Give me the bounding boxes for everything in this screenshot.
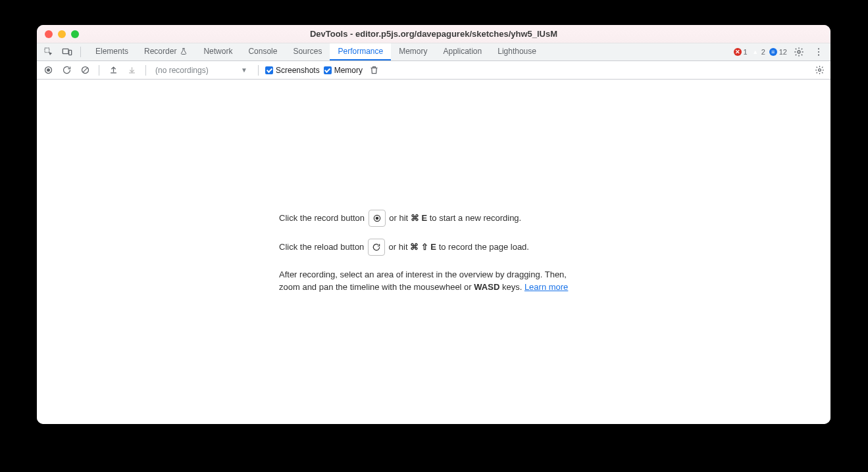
download-profile-button[interactable] (124, 63, 139, 78)
checkbox-checked-icon (324, 66, 332, 74)
more-menu-icon[interactable] (811, 44, 827, 60)
keyboard-shortcut: ⌘ E (411, 213, 427, 223)
warning-icon: ▲ (752, 48, 759, 56)
tab-label: Lighthouse (498, 47, 536, 56)
tab-network[interactable]: Network (195, 43, 240, 60)
divider (80, 47, 81, 57)
tab-label: Sources (293, 47, 322, 56)
tab-application[interactable]: Application (436, 43, 490, 60)
separator (258, 65, 259, 76)
recordings-dropdown[interactable]: (no recordings) ▼ (153, 64, 251, 77)
tab-memory[interactable]: Memory (391, 43, 435, 60)
reload-record-button[interactable] (59, 63, 74, 78)
tab-label: Performance (338, 47, 383, 56)
record-button[interactable] (41, 63, 55, 78)
svg-point-8 (47, 68, 50, 72)
instruction-timeline: After recording, select an area of inter… (279, 268, 588, 294)
device-toolbar-icon[interactable] (59, 44, 75, 60)
reload-inline-button[interactable] (368, 239, 385, 256)
svg-point-11 (818, 69, 821, 72)
instructions-text: Click the record button or hit ⌘ E to st… (279, 210, 588, 294)
memory-checkbox[interactable]: Memory (324, 66, 363, 75)
instruction-reload: Click the reload button or hit ⌘ ⇧ E to … (279, 239, 588, 256)
close-window-button[interactable] (45, 30, 53, 38)
instruction-record: Click the record button or hit ⌘ E to st… (279, 210, 588, 227)
checkbox-label: Screenshots (276, 66, 320, 75)
svg-point-13 (375, 216, 378, 220)
window-title: DevTools - editor.p5js.org/davepagurek/s… (37, 29, 830, 39)
checkbox-checked-icon (265, 66, 273, 74)
tab-performance[interactable]: Performance (330, 43, 391, 60)
error-count-badge[interactable]: ✕ 1 (734, 48, 748, 56)
checkbox-label: Memory (334, 66, 363, 75)
panel-settings-icon[interactable] (812, 63, 827, 78)
inspect-element-icon[interactable] (41, 44, 57, 60)
settings-icon[interactable] (791, 44, 807, 60)
learn-more-link[interactable]: Learn more (524, 282, 568, 292)
recordings-label: (no recordings) (155, 66, 209, 75)
svg-line-10 (83, 68, 87, 72)
tab-label: Elements (95, 47, 128, 56)
error-count: 1 (744, 48, 748, 56)
info-count-badge[interactable]: ≡ 12 (769, 48, 787, 56)
tab-console[interactable]: Console (240, 43, 285, 60)
main-tabbar: Elements Recorder Network Console Source… (37, 43, 830, 61)
clear-button[interactable] (78, 63, 92, 78)
tab-label: Console (248, 47, 277, 56)
keyboard-shortcut: ⌘ ⇧ E (410, 242, 436, 252)
svg-point-5 (818, 51, 819, 53)
record-inline-button[interactable] (369, 210, 386, 227)
tab-recorder[interactable]: Recorder (136, 43, 195, 60)
upload-profile-button[interactable] (106, 63, 120, 78)
garbage-collect-button[interactable] (367, 63, 381, 78)
info-icon: ≡ (769, 48, 777, 56)
performance-toolbar: (no recordings) ▼ Screenshots Memory (37, 61, 830, 80)
tab-lighthouse[interactable]: Lighthouse (490, 43, 544, 60)
separator (99, 65, 99, 76)
screenshots-checkbox[interactable]: Screenshots (265, 66, 320, 75)
panel-tabs: Elements Recorder Network Console Source… (88, 43, 544, 60)
svg-rect-2 (69, 50, 72, 55)
tabbar-left-tools (37, 43, 88, 60)
flask-icon (180, 47, 188, 55)
svg-point-6 (818, 55, 819, 56)
svg-rect-1 (63, 49, 68, 53)
tabbar-right: ✕ 1 ▲ 2 ≡ 12 (734, 43, 831, 60)
info-count: 12 (779, 48, 787, 56)
separator (145, 65, 146, 76)
svg-point-4 (818, 48, 819, 49)
tab-label: Network (203, 47, 232, 56)
svg-point-3 (798, 51, 800, 53)
tab-elements[interactable]: Elements (88, 43, 136, 60)
traffic-lights (37, 30, 79, 38)
maximize-window-button[interactable] (71, 30, 79, 38)
tab-label: Recorder (144, 47, 176, 56)
error-icon: ✕ (734, 48, 742, 56)
devtools-window: DevTools - editor.p5js.org/davepagurek/s… (37, 25, 830, 424)
performance-panel-content: Click the record button or hit ⌘ E to st… (37, 80, 830, 424)
wasd-keys: WASD (474, 282, 499, 292)
tab-sources[interactable]: Sources (285, 43, 330, 60)
warning-count: 2 (761, 48, 765, 56)
svg-rect-0 (45, 48, 49, 53)
tab-label: Memory (399, 47, 427, 56)
warning-count-badge[interactable]: ▲ 2 (752, 48, 765, 56)
chevron-down-icon: ▼ (241, 66, 247, 74)
minimize-window-button[interactable] (58, 30, 66, 38)
tab-label: Application (444, 47, 482, 56)
titlebar: DevTools - editor.p5js.org/davepagurek/s… (37, 25, 830, 43)
